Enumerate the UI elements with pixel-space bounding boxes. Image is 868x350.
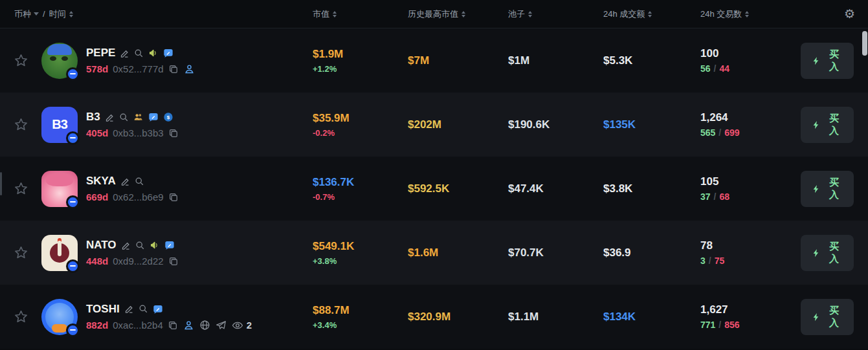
globe-icon[interactable] [199,320,210,331]
buy-button[interactable]: 买入 [801,43,854,79]
star-icon [14,117,28,132]
ath-mcap-value: $202M [408,118,508,131]
buy-button[interactable]: 买入 [801,235,854,271]
column-header-pool[interactable]: 池子 [508,8,603,20]
note-icon[interactable] [153,304,163,314]
search-icon[interactable] [134,49,144,58]
token-age: 578d [86,63,108,74]
buy-button[interactable]: 买入 [801,171,854,207]
market-cap-value: $1.9M [313,48,408,61]
telegram-icon[interactable] [216,320,227,331]
note-icon[interactable] [148,112,159,122]
change-24h: +3.4% [313,320,408,330]
column-header-txns[interactable]: 24h 交易数 [700,8,801,20]
token-avatar[interactable] [41,299,78,335]
note-icon[interactable] [163,48,173,58]
column-header-mcap[interactable]: 市值 [313,8,408,20]
token-symbol[interactable]: PEPE [86,47,115,60]
copy-icon[interactable] [168,128,179,138]
token-age: 448d [86,256,108,267]
token-symbol[interactable]: NATO [86,239,117,252]
buy-button-label: 买入 [825,241,843,265]
token-symbol[interactable]: B3 [86,111,100,124]
token-address[interactable]: 0xd9...2d22 [113,256,163,267]
table-row: PEPE 578d 0x52...777d $1.9M +1.2% $7M $1… [0,28,868,93]
token-address[interactable]: 0x52...777d [113,63,163,74]
favorite-star-button[interactable] [0,309,41,324]
tx-count-total: 1,627 [700,303,801,316]
token-address[interactable]: 0x62...b6e9 [113,191,163,202]
buy-button-label: 买入 [825,177,843,201]
pool-value: $70.7K [508,246,603,259]
column-label-txns: 24h 交易数 [700,8,742,20]
edit-icon[interactable] [121,241,131,250]
copy-icon[interactable] [168,64,179,74]
token-avatar[interactable]: B3 [41,107,78,143]
star-icon [14,181,28,196]
base-chain-badge-icon [66,323,80,337]
column-label-token[interactable]: 币种 [14,8,31,20]
sell-count: 699 [724,127,739,138]
tx-count-total: 78 [700,239,801,252]
sort-icon [745,11,749,17]
search-icon[interactable] [135,241,145,250]
favorite-star-button[interactable] [0,117,41,132]
token-avatar[interactable] [41,171,78,207]
token-symbol[interactable]: SKYA [86,175,116,188]
copy-icon[interactable] [168,192,179,202]
ath-mcap-value: $7M [408,54,508,67]
volume-24h-value: $135K [603,118,700,131]
favorite-star-button[interactable] [0,53,41,68]
lightning-icon [812,56,821,65]
tx-count-total: 105 [700,175,801,188]
sort-icon [528,11,532,17]
settings-button[interactable]: ⚙ [844,8,868,20]
token-symbol[interactable]: TOSHI [86,303,120,316]
edit-icon[interactable] [105,113,115,122]
base-chain-badge-icon [66,67,80,81]
edit-icon[interactable] [124,304,134,314]
usd-coin-icon[interactable]: $ [163,112,173,122]
sort-icon [462,11,465,17]
market-cap-value: $35.9M [313,112,408,125]
edit-icon[interactable] [120,177,130,186]
left-scrollbar-indicator[interactable] [0,172,2,195]
token-address[interactable]: 0xac...b2b4 [113,320,163,331]
person-icon[interactable] [184,63,195,74]
token-avatar[interactable] [41,43,78,79]
edit-icon[interactable] [120,49,129,58]
sell-count: 856 [724,320,739,330]
column-header-volume[interactable]: 24h 成交额 [603,8,700,20]
column-header-ath[interactable]: 历史最高市值 [408,8,508,20]
person-icon[interactable] [183,320,194,331]
buy-button-label: 买入 [825,49,843,73]
buy-count: 3 [700,256,706,266]
vertical-scrollbar-thumb[interactable] [862,31,867,56]
buy-button[interactable]: 买入 [801,107,854,143]
volume-24h-value: $5.3K [603,54,700,67]
team-icon[interactable] [133,112,144,122]
favorite-star-button[interactable] [0,245,41,260]
pool-value: $1M [508,54,603,67]
eye-icon[interactable] [232,320,243,331]
search-icon[interactable] [139,304,148,314]
token-address[interactable]: 0xb3...b3b3 [113,127,163,138]
tx-buy-sell-split: 56 / 44 [700,63,801,74]
copy-icon[interactable] [168,320,178,331]
note-icon[interactable] [164,240,175,250]
megaphone-icon[interactable] [148,48,159,58]
megaphone-icon[interactable] [150,240,160,250]
column-label-time[interactable]: 时间 [49,8,66,20]
search-icon[interactable] [119,113,129,122]
search-icon[interactable] [135,177,144,186]
tx-buy-sell-split: 37 / 68 [700,191,801,202]
column-header-token-time[interactable]: 币种 / 时间 [0,8,313,20]
buy-button[interactable]: 买入 [801,299,854,335]
base-chain-badge-icon [66,195,80,209]
token-age: 669d [86,191,108,202]
favorite-star-button[interactable] [0,181,41,196]
token-avatar[interactable] [41,235,78,271]
copy-icon[interactable] [168,256,179,267]
table-row: TOSHI 882d 0xac...b2b4 2 $88.7M +3.4% $3… [0,285,868,349]
sell-count: 44 [719,63,729,74]
